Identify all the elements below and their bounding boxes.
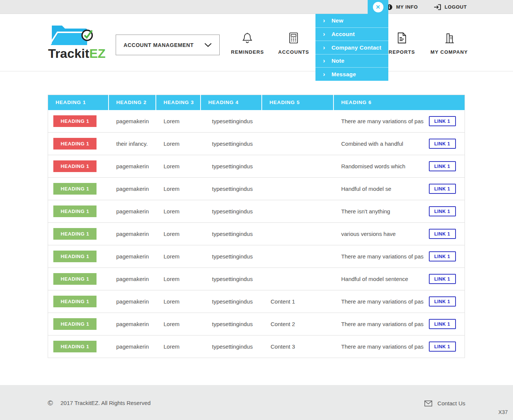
row-link-button[interactable]: LINK 1 bbox=[429, 319, 456, 329]
my-info-button[interactable]: MY INFO bbox=[386, 4, 418, 10]
row-cell-6: There are many variations of pas bbox=[333, 335, 429, 358]
row-link-button[interactable]: LINK 1 bbox=[429, 184, 456, 194]
row-cell-2: pagemakerin bbox=[109, 335, 156, 358]
nav-item-accounts[interactable]: ACCOUNTS bbox=[278, 32, 309, 55]
quick-menu-item-new[interactable]: › New bbox=[315, 14, 388, 27]
row-link-button[interactable]: LINK 1 bbox=[429, 161, 456, 171]
row-link-button[interactable]: LINK 1 bbox=[429, 341, 456, 352]
row-cell-6: Handful of model se bbox=[333, 178, 429, 200]
table-row: HEADING 1 pagemakerin Lorem typesettingi… bbox=[48, 313, 465, 335]
row-cell-2: pagemakerin bbox=[109, 178, 156, 200]
logo[interactable]: TrackitEZ bbox=[48, 23, 104, 60]
row-cell-2: pagemakerin bbox=[109, 290, 156, 313]
row-cell-6: Combined with a handful bbox=[333, 133, 429, 155]
row-cell-5 bbox=[262, 223, 333, 245]
row-cell-4: typesettingindus bbox=[201, 200, 262, 223]
records-table: HEADING 1 HEADING 2 HEADING 3 HEADING 4 … bbox=[48, 95, 465, 358]
chevron-right-icon: › bbox=[323, 57, 325, 64]
row-cell-5 bbox=[262, 178, 333, 200]
chevron-down-icon bbox=[204, 43, 212, 47]
row-cell-3: Lorem bbox=[156, 245, 201, 268]
table-header-row: HEADING 1 HEADING 2 HEADING 3 HEADING 4 … bbox=[48, 95, 465, 110]
row-cell-3: Lorem bbox=[156, 313, 201, 335]
row-link-button[interactable]: LINK 1 bbox=[429, 251, 456, 261]
calculator-icon bbox=[289, 32, 298, 44]
row-cell-3: Lorem bbox=[156, 335, 201, 358]
row-cell-2: pagemakerin bbox=[109, 200, 156, 223]
row-cell-4: typesettingindus bbox=[201, 155, 262, 178]
row-link-button[interactable]: LINK 1 bbox=[429, 296, 456, 307]
row-cell-5: Content 1 bbox=[262, 290, 333, 313]
row-link-button[interactable]: LINK 1 bbox=[429, 274, 456, 284]
quick-menu: › New › Account › Company Contact › Note… bbox=[315, 14, 388, 81]
row-cell-2: their infancy. bbox=[109, 133, 156, 155]
chevron-right-icon: › bbox=[323, 71, 325, 77]
nav-item-my-company[interactable]: MY COMPANY bbox=[430, 32, 468, 55]
row-cell-6: There isn't anything bbox=[333, 200, 429, 223]
bell-icon bbox=[242, 32, 252, 44]
row-cell-3: Lorem bbox=[156, 223, 201, 245]
quick-menu-close-button[interactable]: ✕ bbox=[368, 0, 388, 14]
row-cell-6: There are many variations of pas bbox=[333, 290, 429, 313]
row-cell-5 bbox=[262, 245, 333, 268]
row-badge: HEADING 1 bbox=[53, 205, 97, 217]
nav-label-reports: REPORTS bbox=[389, 49, 415, 55]
quick-menu-item-message[interactable]: › Message bbox=[315, 67, 388, 81]
table-row: HEADING 1 pagemakerin Lorem typesettingi… bbox=[48, 155, 465, 178]
row-link-button[interactable]: LINK 1 bbox=[429, 139, 456, 149]
row-cell-4: typesettingindus bbox=[201, 178, 262, 200]
row-link-button[interactable]: LINK 1 bbox=[429, 229, 456, 239]
row-cell-4: typesettingindus bbox=[201, 313, 262, 335]
topbar: MY INFO LOGOUT bbox=[0, 0, 513, 14]
row-cell-4: typesettingindus bbox=[201, 290, 262, 313]
row-badge: HEADING 1 bbox=[53, 183, 97, 195]
row-cell-3: Lorem bbox=[156, 268, 201, 290]
row-badge: HEADING 1 bbox=[53, 318, 97, 330]
table-row: HEADING 1 their infancy. Lorem typesetti… bbox=[48, 133, 465, 155]
row-cell-4: typesettingindus bbox=[201, 268, 262, 290]
quick-menu-item-note[interactable]: › Note bbox=[315, 54, 388, 68]
footer: © 2017 TrackitEZ. All Rights Reserved Co… bbox=[0, 385, 513, 420]
contact-us-link[interactable]: Contact Us bbox=[424, 400, 465, 406]
row-cell-2: pagemakerin bbox=[109, 110, 156, 133]
table-row: HEADING 1 pagemakerin Lorem typesettingi… bbox=[48, 223, 465, 245]
logout-button[interactable]: LOGOUT bbox=[434, 4, 467, 10]
column-header-4: HEADING 4 bbox=[201, 95, 262, 110]
chevron-right-icon: › bbox=[323, 31, 325, 37]
close-icon: ✕ bbox=[373, 2, 383, 12]
column-header-5: HEADING 5 bbox=[262, 95, 333, 110]
nav-item-reminders[interactable]: REMINDERS bbox=[231, 32, 264, 55]
chevron-right-icon: › bbox=[323, 17, 325, 24]
logout-icon bbox=[434, 4, 441, 10]
table-row: HEADING 1 pagemakerin Lorem typesettingi… bbox=[48, 268, 465, 290]
row-cell-4: typesettingindus bbox=[201, 133, 262, 155]
row-cell-5: Content 2 bbox=[262, 313, 333, 335]
page: MY INFO LOGOUT ✕ bbox=[0, 0, 513, 420]
envelope-icon bbox=[424, 400, 432, 406]
row-link-button[interactable]: LINK 1 bbox=[429, 206, 456, 216]
row-cell-6: There are many variations of pas bbox=[333, 313, 429, 335]
row-cell-6: There are many variations of pas bbox=[333, 110, 429, 133]
module-dropdown[interactable]: ACCOUNT MANAGEMENT bbox=[116, 35, 220, 55]
row-cell-2: pagemakerin bbox=[109, 268, 156, 290]
quick-menu-item-company-contact[interactable]: › Company Contact bbox=[315, 41, 388, 54]
contact-us-label: Contact Us bbox=[438, 400, 465, 406]
row-link-button[interactable]: LINK 1 bbox=[429, 116, 456, 126]
column-header-1: HEADING 1 bbox=[48, 95, 109, 110]
row-cell-4: typesettingindus bbox=[201, 245, 262, 268]
row-cell-6: There are many variations of pas bbox=[333, 245, 429, 268]
row-cell-2: pagemakerin bbox=[109, 155, 156, 178]
row-badge: HEADING 1 bbox=[53, 341, 97, 352]
table-row: HEADING 1 pagemakerin Lorem typesettingi… bbox=[48, 110, 465, 133]
row-cell-5 bbox=[262, 133, 333, 155]
row-cell-3: Lorem bbox=[156, 290, 201, 313]
row-cell-3: Lorem bbox=[156, 133, 201, 155]
nav-label-my-company: MY COMPANY bbox=[430, 49, 468, 55]
quick-menu-item-account[interactable]: › Account bbox=[315, 27, 388, 41]
nav-item-reports[interactable]: REPORTS bbox=[389, 32, 415, 55]
row-badge: HEADING 1 bbox=[53, 296, 97, 307]
row-badge: HEADING 1 bbox=[53, 251, 97, 262]
module-dropdown-value: ACCOUNT MANAGEMENT bbox=[124, 42, 194, 48]
row-cell-4: typesettingindus bbox=[201, 335, 262, 358]
column-header-2: HEADING 2 bbox=[109, 95, 156, 110]
